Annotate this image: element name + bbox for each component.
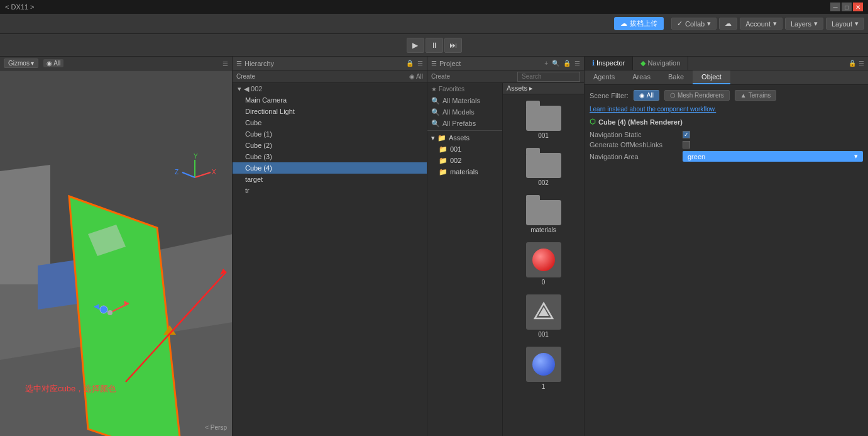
asset-folder-002[interactable]: 002	[505, 144, 581, 190]
filter-terrains-btn[interactable]: ▲ Terrains	[735, 90, 776, 101]
cloud-button[interactable]: ☁	[719, 18, 737, 30]
project-folder-materials[interactable]: 📁 materials	[427, 166, 502, 177]
all-tag[interactable]: ◉ All	[43, 59, 63, 67]
nav-tabs: Agents Areas Bake Object	[585, 70, 868, 85]
inspector-panel: ℹ Inspector ◆ Navigation 🔒 ☰ Agents Area…	[585, 57, 868, 436]
tab-areas[interactable]: Areas	[624, 70, 659, 84]
unity-logo-thumbnail	[526, 294, 561, 330]
project-body: ★ Favorites 🔍 All Materials 🔍 All Models…	[427, 83, 584, 436]
tab-bake[interactable]: Bake	[659, 70, 693, 84]
project-search-input[interactable]	[517, 72, 580, 82]
favorites-label: Favorites	[439, 86, 464, 92]
play-controls-bar: ▶ ⏸ ⏭	[0, 34, 868, 57]
hierarchy-main-camera[interactable]: Main Camera	[233, 94, 427, 106]
project-folder-001[interactable]: 📁 001	[427, 143, 502, 155]
svg-text:Y: Y	[194, 153, 198, 160]
filter-all-btn[interactable]: ◉ All	[634, 90, 659, 101]
project-add-icon[interactable]: +	[544, 60, 548, 67]
nav-static-value: ✓	[683, 131, 690, 138]
asset-material-red[interactable]: 0	[505, 238, 581, 289]
asset-unity-logo[interactable]: 001	[505, 291, 581, 342]
object-label: Object	[701, 73, 722, 81]
svg-text:X: X	[212, 169, 216, 176]
assets-breadcrumb: Assets ▸	[503, 83, 584, 94]
folder-icon-3: 📁	[439, 145, 448, 154]
minimize-button[interactable]: ─	[830, 3, 840, 11]
nav-static-label: Navigation Static	[590, 131, 678, 138]
component-workflow-link[interactable]: Learn instead about the component workfl…	[590, 106, 863, 113]
scene-toolbar: Gizmos ▾ ◉ All ☰	[0, 57, 232, 70]
project-assets-root[interactable]: ▾ 📁 Assets	[427, 132, 502, 143]
nav-area-dropdown[interactable]: green ▾	[683, 151, 863, 162]
tab-inspector[interactable]: ℹ Inspector	[585, 57, 633, 70]
inspector-tabs: ℹ Inspector ◆ Navigation 🔒 ☰	[585, 57, 868, 70]
hierarchy-tr[interactable]: tr	[233, 185, 427, 196]
nav-static-checkbox[interactable]: ✓	[683, 131, 690, 138]
hierarchy-cube[interactable]: Cube	[233, 117, 427, 128]
project-search-icon[interactable]: 🔍	[552, 60, 559, 67]
layers-dropdown[interactable]: Layers ▾	[785, 18, 823, 30]
off-mesh-links-value	[683, 141, 690, 148]
account-dropdown[interactable]: Account ▾	[740, 18, 783, 30]
hierarchy-menu-icon[interactable]: ☰	[417, 60, 423, 67]
hierarchy-cube-1[interactable]: Cube (1)	[233, 128, 427, 140]
lock-icon[interactable]: ☰	[222, 60, 228, 67]
maximize-button[interactable]: □	[842, 3, 852, 11]
hierarchy-create-btn[interactable]: Create	[236, 73, 255, 80]
tab-agents[interactable]: Agents	[585, 70, 624, 84]
hierarchy-directional-light[interactable]: Directional Light	[233, 106, 427, 117]
favorites-all-models[interactable]: 🔍 All Models	[427, 106, 502, 118]
collab-dropdown[interactable]: ✓ Collab ▾	[671, 18, 717, 30]
layers-label: Layers	[791, 20, 811, 28]
project-create-btn[interactable]: Create	[431, 73, 450, 80]
layout-dropdown[interactable]: Layout ▾	[826, 18, 864, 30]
folder-graphic-materials	[526, 195, 561, 225]
inspector-menu-icon[interactable]: ☰	[859, 60, 864, 67]
hierarchy-actions: 🔒 ☰	[406, 60, 423, 67]
project-lock-icon[interactable]: 🔒	[563, 60, 571, 67]
scene-view: Gizmos ▾ ◉ All ☰	[0, 57, 233, 436]
gizmos-button[interactable]: Gizmos ▾	[4, 59, 38, 68]
tab-object[interactable]: Object	[693, 70, 730, 84]
scene-canvas[interactable]: X Y Z 选中对应cube，选择颜色 < Persp	[0, 70, 232, 436]
hierarchy-search-icon[interactable]: ◉ All	[409, 73, 423, 80]
hierarchy-header: ☰ Hierarchy 🔒 ☰	[233, 57, 427, 70]
collab-icon: ✓	[677, 20, 683, 28]
upload-icon: ☁	[620, 20, 627, 28]
nav-area-label: Navigation Area	[590, 153, 678, 160]
play-button[interactable]: ▶	[407, 38, 424, 53]
hierarchy-lock-icon[interactable]: 🔒	[406, 60, 414, 67]
project-folder-002[interactable]: 📁 002	[427, 155, 502, 166]
chevron-down-icon-5: ▾	[31, 60, 34, 67]
filter-all-icon: ◉	[639, 92, 645, 99]
hierarchy-scene-root[interactable]: ▾ ◀ 002	[233, 83, 427, 94]
all-prefabs-label: All Prefabs	[442, 120, 476, 127]
pause-button[interactable]: ⏸	[426, 38, 443, 53]
upload-label: 拔档上传	[630, 19, 657, 28]
filter-mesh-renderers-btn[interactable]: ⬡ Mesh Renderers	[664, 90, 730, 101]
inspector-body: Scene Filter: ◉ All ⬡ Mesh Renderers ▲ T…	[585, 85, 868, 436]
tab-navigation[interactable]: ◆ Navigation	[633, 57, 688, 70]
close-button[interactable]: ✕	[853, 3, 863, 11]
asset-material-blue[interactable]: 1	[505, 343, 581, 394]
assets-label: Assets	[449, 134, 470, 142]
off-mesh-links-checkbox[interactable]	[683, 141, 690, 148]
hierarchy-cube-2[interactable]: Cube (2)	[233, 140, 427, 151]
layout-label: Layout	[832, 20, 852, 28]
areas-label: Areas	[632, 73, 651, 81]
favorites-all-materials[interactable]: 🔍 All Materials	[427, 95, 502, 106]
scene-filter: Scene Filter: ◉ All ⬡ Mesh Renderers ▲ T…	[590, 90, 863, 101]
svg-point-20	[100, 306, 107, 313]
hierarchy-cube-3[interactable]: Cube (3)	[233, 151, 427, 162]
step-button[interactable]: ⏭	[444, 38, 462, 53]
folder-graphic-001	[526, 101, 561, 131]
asset-folder-001[interactable]: 001	[505, 97, 581, 143]
nav-static-row: Navigation Static ✓	[590, 131, 863, 138]
upload-button[interactable]: ☁ 拔档上传	[614, 17, 664, 30]
inspector-lock-icon[interactable]: 🔒	[849, 60, 856, 67]
favorites-all-prefabs[interactable]: 🔍 All Prefabs	[427, 118, 502, 129]
hierarchy-target[interactable]: target	[233, 174, 427, 185]
asset-folder-materials[interactable]: materials	[505, 191, 581, 237]
project-menu-icon[interactable]: ☰	[574, 60, 580, 67]
hierarchy-cube-4[interactable]: Cube (4)	[233, 162, 427, 174]
